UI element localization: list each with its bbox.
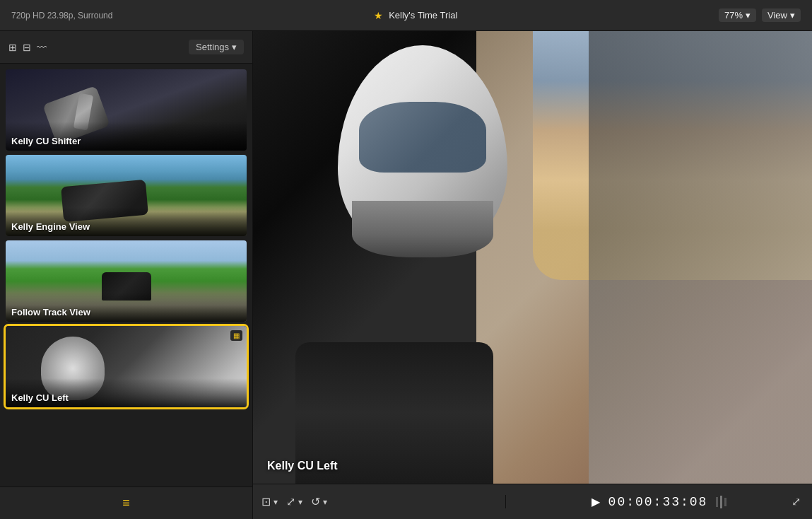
main-layout: ⊞ ⊟ 〰 Settings ▾ Kelly CU Shifter Kelly … [0,31,812,519]
timecode-display: 00:00:33:08 [608,495,708,509]
settings-chevron-icon: ▾ [232,42,237,52]
speed-chevron-icon: ▾ [323,497,327,507]
zoom-value: 77% [724,10,743,21]
multicam-badge: ▦ [230,330,242,341]
audio-icon[interactable]: 〰 [37,42,47,53]
settings-label: Settings [196,42,229,52]
project-title-area: ★ Kelly's Time Trial [374,10,457,21]
helmet-visor [359,102,486,173]
speed-icon: ↺ [311,495,320,508]
transform-icon: ⤢ [286,495,295,508]
clip-item-kelly-engine-view[interactable]: Kelly Engine View [6,155,247,236]
multicam-icon: ▦ [233,332,240,339]
play-button[interactable]: ▶ [592,495,600,508]
toolbar-icons: ⊞ ⊟ 〰 [8,42,47,53]
view-chevron-icon: ▾ [790,10,795,21]
format-label: 720p HD 23.98p, Surround [11,11,112,21]
crop-chevron-icon: ▾ [273,497,278,507]
clip-label-3: Follow Track View [6,293,247,322]
crop-icon: ⊡ [261,495,271,508]
clip-label-4: Kelly CU Left [6,378,247,407]
bottom-right-controls: ▶ 00:00:33:08 ⤢ [506,495,812,509]
clip-item-kelly-cu-shifter[interactable]: Kelly CU Shifter [6,69,247,151]
star-icon: ★ [374,10,383,21]
transform-chevron-icon: ▾ [298,497,302,507]
helmet-chin [352,201,493,257]
clip-item-kelly-cu-left[interactable]: ▦ Kelly CU Left [6,326,247,407]
clip-list: Kelly CU Shifter Kelly Engine View Follo… [0,64,252,486]
fullscreen-button[interactable]: ⤢ [792,495,801,508]
video-label: Kelly CU Left [267,460,338,472]
list-view-icon[interactable]: ⊟ [23,42,31,53]
clip-label-1: Kelly CU Shifter [6,122,247,151]
view-button[interactable]: View ▾ [762,8,801,22]
top-bar-right: 77% ▾ View ▾ [719,8,801,22]
speed-button[interactable]: ↺ ▾ [311,495,327,508]
timecode-bars [716,496,726,508]
left-bottom-bar: ≡ [0,486,252,519]
transform-button[interactable]: ⤢ ▾ [286,495,302,508]
video-scene [253,31,812,484]
bottom-controls: ⊡ ▾ ⤢ ▾ ↺ ▾ ▶ 00:00:33:08 [253,484,812,519]
timecode-bar-2 [720,496,722,508]
list-menu-icon[interactable]: ≡ [122,496,130,511]
bottom-left-controls: ⊡ ▾ ⤢ ▾ ↺ ▾ [253,495,506,508]
video-preview: Kelly CU Left [253,31,812,484]
top-bar: 720p HD 23.98p, Surround ★ Kelly's Time … [0,0,812,31]
filmstrip-icon[interactable]: ⊞ [8,42,17,53]
crop-button[interactable]: ⊡ ▾ [261,495,278,508]
clip-label-2: Kelly Engine View [6,207,247,236]
project-title: Kelly's Time Trial [389,10,457,21]
car-interior [589,31,812,484]
view-label: View [767,10,787,21]
helmet [338,45,522,286]
settings-button[interactable]: Settings ▾ [189,40,244,54]
left-toolbar: ⊞ ⊟ 〰 Settings ▾ [0,31,252,64]
zoom-chevron-icon: ▾ [746,10,751,21]
right-panel: Kelly CU Left ⊡ ▾ ⤢ ▾ ↺ ▾ ▶ 00:00 [253,31,812,519]
timecode-bar-3 [724,498,726,506]
clip-item-follow-track-view[interactable]: Follow Track View [6,240,247,322]
left-panel: ⊞ ⊟ 〰 Settings ▾ Kelly CU Shifter Kelly … [0,31,253,519]
timecode-bar-1 [716,497,718,507]
zoom-button[interactable]: 77% ▾ [719,8,756,22]
